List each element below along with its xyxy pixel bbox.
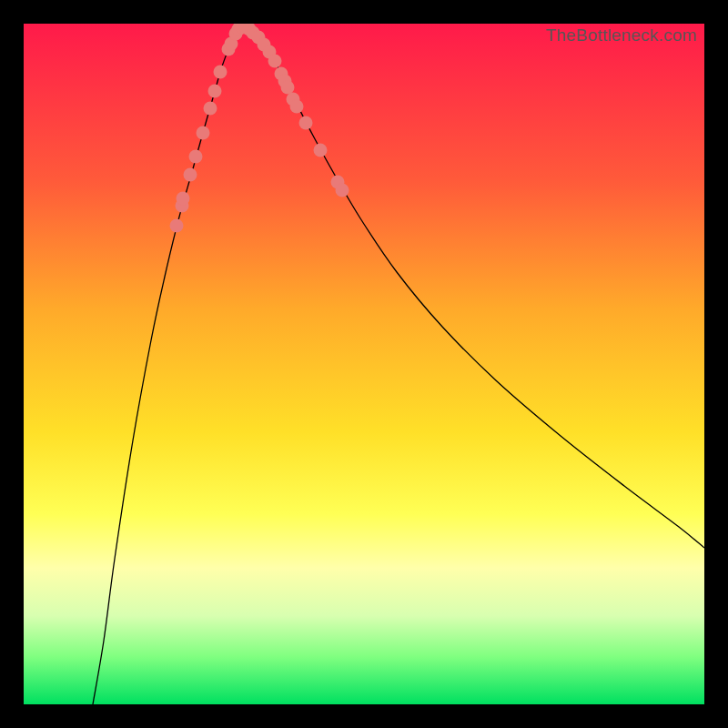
marker-point [204, 102, 217, 116]
series-right-branch [242, 27, 704, 548]
plot-area: TheBottleneck.com [24, 24, 704, 704]
marker-point [170, 219, 184, 233]
marker-point [197, 126, 210, 140]
marker-group [170, 24, 349, 233]
marker-point [290, 100, 304, 114]
series-left-branch [93, 27, 242, 704]
marker-point [177, 192, 190, 206]
marker-point [314, 144, 328, 157]
marker-point [281, 81, 295, 95]
plot-svg [24, 24, 704, 704]
curve-group [93, 27, 704, 704]
marker-point [208, 85, 222, 98]
chart-frame: TheBottleneck.com [0, 0, 728, 728]
marker-point [336, 184, 349, 197]
marker-point [268, 55, 282, 68]
marker-point [214, 66, 228, 79]
marker-point [299, 116, 313, 130]
marker-point [189, 150, 203, 164]
marker-point [184, 168, 197, 182]
